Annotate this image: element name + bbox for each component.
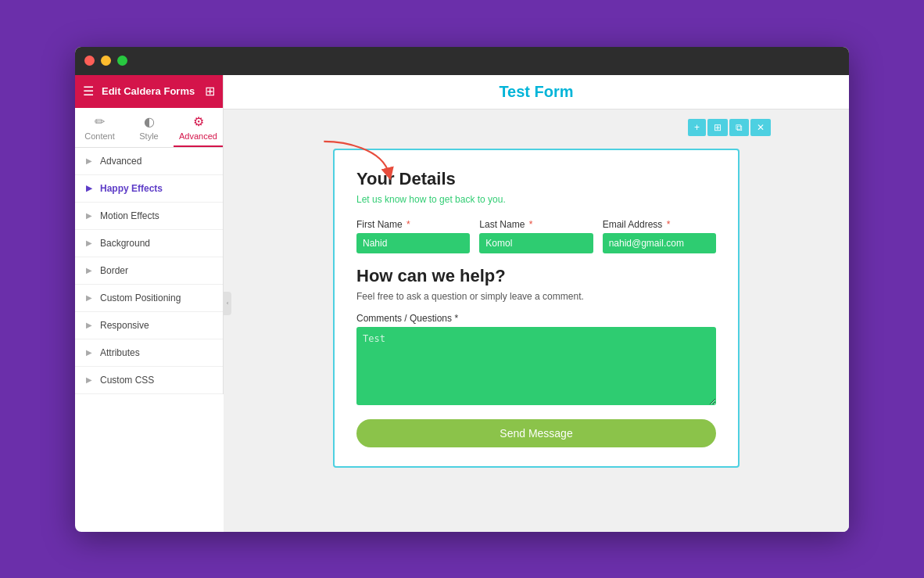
tab-style[interactable]: ◐ Style — [124, 108, 174, 147]
close-button[interactable] — [84, 56, 95, 66]
browser-titlebar — [75, 47, 849, 75]
textarea-field: Comments / Questions * — [356, 313, 716, 408]
last-name-field: Last Name * — [479, 219, 593, 253]
tab-content[interactable]: ✏ Content — [75, 108, 124, 147]
background-label: Background — [100, 238, 150, 249]
arrow-icon-resp: ▶ — [86, 321, 92, 329]
tab-advanced[interactable]: ⚙ Advanced — [174, 108, 223, 147]
sidebar: ☰ Edit Caldera Forms ⊞ ✏ Content ◐ Style — [75, 75, 224, 394]
last-name-input[interactable] — [479, 233, 593, 253]
form-section2-subtitle: Feel free to ask a question or simply le… — [356, 291, 716, 302]
last-name-required: * — [529, 219, 533, 230]
first-name-label: First Name * — [356, 219, 470, 230]
sidebar-item-custom-css[interactable]: ▶ Custom CSS — [75, 367, 223, 394]
sidebar-item-motion-effects[interactable]: ▶ Motion Effects — [75, 203, 223, 230]
arrow-icon-motion: ▶ — [86, 211, 92, 220]
content-icon: ✏ — [95, 114, 105, 129]
copy-element-button[interactable]: ⧉ — [729, 119, 749, 136]
sidebar-item-attributes[interactable]: ▶ Attributes — [75, 339, 223, 367]
main-content: Test Form + ⊞ ⧉ ✕ — [224, 75, 849, 532]
sidebar-item-border[interactable]: ▶ Border — [75, 257, 223, 285]
arrow-icon: ▶ — [86, 156, 92, 165]
close-element-button[interactable]: ✕ — [750, 119, 771, 136]
maximize-button[interactable] — [117, 56, 127, 66]
tab-style-label: Style — [139, 131, 158, 141]
editor-layout: ☰ Edit Caldera Forms ⊞ ✏ Content ◐ Style — [75, 75, 849, 532]
custom-positioning-label: Custom Positioning — [100, 293, 181, 303]
form-section1-title: Your Details — [356, 169, 716, 189]
sidebar-wrapper: ☰ Edit Caldera Forms ⊞ ✏ Content ◐ Style — [75, 75, 224, 532]
sidebar-item-advanced[interactable]: ▶ Advanced — [75, 148, 223, 175]
sidebar-item-custom-positioning[interactable]: ▶ Custom Positioning — [75, 285, 223, 312]
arrow-icon-active: ▶ — [86, 184, 92, 192]
sidebar-item-responsive[interactable]: ▶ Responsive — [75, 312, 223, 339]
style-icon: ◐ — [144, 114, 155, 129]
arrow-icon-border: ▶ — [86, 266, 92, 275]
minimize-button[interactable] — [101, 56, 111, 66]
first-name-input[interactable] — [356, 233, 470, 253]
arrow-icon-css: ▶ — [86, 375, 92, 384]
textarea-label: Comments / Questions * — [356, 313, 716, 324]
custom-css-label: Custom CSS — [100, 375, 154, 386]
form-fields-row: First Name * Last Name * — [356, 219, 716, 253]
element-toolbar: + ⊞ ⧉ ✕ — [688, 119, 771, 136]
grid-icon[interactable]: ⊞ — [205, 84, 215, 99]
arrow-icon-attr: ▶ — [86, 348, 92, 357]
sidebar-title: Edit Caldera Forms — [102, 85, 197, 97]
form-section1-subtitle: Let us know how to get back to you. — [356, 194, 716, 205]
arrow-icon-cp: ▶ — [86, 293, 92, 302]
tab-content-label: Content — [84, 131, 115, 141]
first-name-required: * — [406, 219, 410, 230]
textarea-required: * — [454, 313, 458, 324]
add-element-button[interactable]: + — [688, 119, 706, 136]
email-required: * — [667, 219, 671, 230]
page-header: Test Form — [224, 75, 849, 109]
hamburger-icon[interactable]: ☰ — [83, 84, 94, 99]
attributes-label: Attributes — [100, 347, 140, 358]
happy-effects-label: Happy Effects — [100, 183, 163, 194]
motion-effects-label: Motion Effects — [100, 210, 159, 221]
form-container: Your Details Let us know how to get back… — [333, 149, 740, 468]
canvas-area: + ⊞ ⧉ ✕ — [224, 109, 849, 532]
browser-window: ☰ Edit Caldera Forms ⊞ ✏ Content ◐ Style — [75, 47, 849, 532]
grid-layout-button[interactable]: ⊞ — [707, 119, 728, 136]
sidebar-header: ☰ Edit Caldera Forms ⊞ — [75, 75, 223, 108]
advanced-label: Advanced — [100, 156, 141, 167]
comments-textarea[interactable] — [356, 327, 716, 405]
advanced-icon: ⚙ — [193, 114, 204, 129]
arrow-icon-bg: ▶ — [86, 239, 92, 247]
sidebar-item-happy-effects[interactable]: ▶ Happy Effects — [75, 175, 223, 203]
first-name-field: First Name * — [356, 219, 470, 253]
email-field: Email Address * — [603, 219, 716, 253]
sidebar-menu: ▶ Advanced ▶ Happy Effects ▶ Motion Effe… — [75, 148, 223, 394]
tab-advanced-label: Advanced — [179, 131, 217, 141]
border-label: Border — [100, 265, 128, 276]
page-title: Test Form — [499, 83, 573, 100]
send-message-button[interactable]: Send Message — [356, 419, 716, 447]
sidebar-tabs: ✏ Content ◐ Style ⚙ Advanced — [75, 108, 223, 148]
form-section2-title: How can we help? — [356, 266, 716, 286]
email-input[interactable] — [603, 233, 716, 253]
email-label: Email Address * — [603, 219, 716, 230]
sidebar-item-background[interactable]: ▶ Background — [75, 230, 223, 257]
responsive-label: Responsive — [100, 320, 149, 331]
last-name-label: Last Name * — [479, 219, 593, 230]
